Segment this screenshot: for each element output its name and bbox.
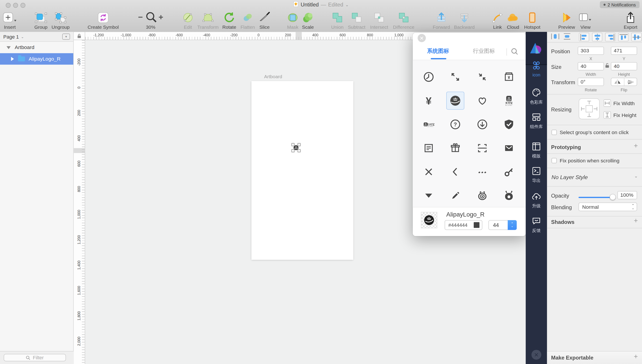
panel-close-button[interactable]: ✕ bbox=[417, 34, 426, 42]
mascot-icon[interactable] bbox=[500, 187, 518, 204]
add-shadow-button[interactable]: + bbox=[634, 217, 638, 225]
plugin-nav-palette[interactable]: 色彩库 bbox=[526, 88, 547, 105]
opacity-slider[interactable] bbox=[578, 197, 614, 198]
fix-position-checkbox[interactable] bbox=[551, 158, 557, 163]
width-input[interactable]: 40 bbox=[578, 62, 604, 70]
ellipsis-icon[interactable] bbox=[474, 163, 491, 180]
position-x-input[interactable]: 303 bbox=[578, 46, 604, 55]
gift-icon[interactable] bbox=[447, 140, 464, 156]
flip-vertical-button[interactable] bbox=[624, 78, 637, 86]
fix-height-checkbox[interactable] bbox=[603, 112, 611, 119]
layer-style-selector[interactable]: No Layer Style bbox=[551, 174, 588, 180]
tab-industry-icons[interactable]: 行业图标 bbox=[473, 48, 495, 55]
height-input[interactable]: 40 bbox=[611, 62, 637, 70]
ungroup-icon bbox=[36, 10, 85, 24]
color-value-input[interactable]: #444444 bbox=[445, 220, 482, 230]
alipay-logo-icon[interactable] bbox=[447, 92, 464, 109]
artboard-title[interactable]: Artboard bbox=[264, 74, 282, 79]
plugin-nav-feedback[interactable]: 反馈 bbox=[526, 216, 547, 234]
artboard[interactable] bbox=[251, 81, 353, 260]
plugin-logo[interactable] bbox=[526, 32, 547, 65]
flip-horizontal-button[interactable] bbox=[611, 78, 624, 86]
rotate-input[interactable]: 0° bbox=[578, 78, 604, 86]
fix-width-checkbox[interactable] bbox=[603, 99, 611, 107]
ruler-tick-label: 1,200 bbox=[77, 232, 81, 248]
page-list-button[interactable]: ▼ bbox=[62, 34, 70, 40]
add-prototyping-button[interactable]: + bbox=[634, 142, 638, 150]
panel-search-button[interactable] bbox=[511, 48, 518, 56]
opacity-slider-knob[interactable] bbox=[610, 194, 616, 200]
size-stepper[interactable]: ⌃⌄ bbox=[508, 220, 517, 230]
document-icon[interactable] bbox=[420, 140, 437, 156]
layer-row-artboard[interactable]: Artboard bbox=[0, 42, 73, 53]
alipay-app-icon[interactable]: 支付宝ALIPAY bbox=[500, 92, 518, 109]
selection-handle[interactable] bbox=[292, 143, 294, 146]
caret-down-icon[interactable] bbox=[420, 187, 437, 204]
key-icon[interactable] bbox=[500, 163, 518, 180]
page-header[interactable]: Page 1 ⌄ ▼ bbox=[0, 32, 73, 42]
make-exportable-add-button[interactable]: + bbox=[634, 353, 638, 361]
toolbar-view-button[interactable]: View bbox=[561, 10, 610, 30]
download-circle-icon[interactable] bbox=[474, 116, 491, 133]
scan-icon[interactable] bbox=[474, 140, 491, 156]
x-label: X bbox=[578, 56, 604, 61]
close-icon[interactable] bbox=[420, 163, 437, 180]
align-right-button[interactable] bbox=[605, 33, 615, 42]
collapse-icon[interactable] bbox=[474, 68, 491, 86]
close-window-button[interactable] bbox=[6, 3, 11, 8]
plugin-nav-components[interactable]: 组件库 bbox=[526, 112, 547, 130]
plugin-nav-cloud-upload[interactable]: 升级 bbox=[526, 192, 547, 209]
align-top-button[interactable] bbox=[618, 33, 628, 42]
question-circle-icon[interactable]: ? bbox=[447, 116, 464, 133]
blending-dropdown[interactable]: Normal ⌃⌄ bbox=[578, 202, 637, 211]
selected-layer-alipay-logo[interactable] bbox=[293, 145, 299, 150]
disclosure-triangle-icon[interactable] bbox=[7, 46, 11, 49]
layer-row-alipaylogo_r[interactable]: AlipayLogo_R bbox=[0, 53, 73, 64]
shield-check-icon[interactable] bbox=[500, 116, 518, 133]
size-value-input[interactable]: 44 ⌃⌄ bbox=[488, 220, 517, 230]
resizing-label: Resizing bbox=[551, 106, 571, 113]
clock-icon[interactable] bbox=[420, 68, 437, 86]
filter-input[interactable]: Filter bbox=[4, 354, 66, 361]
select-group-content-checkbox[interactable] bbox=[551, 130, 557, 135]
notifications-badge[interactable]: 2 Notifications bbox=[600, 1, 639, 8]
distribute-horizontally-button[interactable] bbox=[551, 33, 559, 42]
pinning-widget[interactable] bbox=[578, 98, 600, 121]
plugin-nav-grid[interactable]: icon bbox=[526, 60, 547, 77]
chevron-left-icon[interactable] bbox=[447, 163, 464, 180]
color-swatch[interactable] bbox=[474, 222, 479, 228]
pencil-icon[interactable] bbox=[447, 187, 464, 204]
yen-icon[interactable]: ¥ bbox=[420, 92, 437, 109]
toolbar-export-button[interactable]: Export bbox=[606, 10, 642, 30]
lock-ratio-button[interactable] bbox=[605, 63, 609, 69]
align-left-button[interactable] bbox=[579, 33, 589, 42]
heart-icon[interactable] bbox=[474, 92, 491, 109]
toolbar-create-symbol-button[interactable]: Create Symbol bbox=[79, 10, 128, 30]
plugin-nav-terminal[interactable]: 导出 bbox=[526, 166, 547, 184]
toolbar-ungroup-button[interactable]: Ungroup bbox=[36, 10, 85, 30]
expand-icon[interactable] bbox=[447, 68, 464, 86]
align-middle-button[interactable] bbox=[631, 33, 641, 42]
cash-machine-icon[interactable]: ¥ bbox=[500, 68, 518, 86]
plugin-close-button[interactable]: ✕ bbox=[531, 350, 541, 360]
alipay-wordmark-icon[interactable]: 支付宝ALIPAY bbox=[420, 116, 437, 133]
envelope-icon[interactable] bbox=[500, 140, 518, 156]
tab-system-icons[interactable]: 系统图标 bbox=[427, 48, 449, 55]
plugin-nav-template[interactable]: 模版 bbox=[526, 142, 547, 159]
zoom-window-button[interactable] bbox=[21, 3, 26, 8]
minimize-window-button[interactable] bbox=[13, 3, 18, 8]
opacity-value-input[interactable]: 100% bbox=[617, 191, 637, 200]
distribute-vertically-button[interactable] bbox=[563, 33, 571, 42]
selection-handle[interactable] bbox=[298, 143, 300, 146]
vertical-ruler[interactable]: -20002004006008001,0001,2001,4001,6001,8… bbox=[74, 40, 85, 364]
layer-list: ArtboardAlipayLogo_R bbox=[0, 42, 73, 64]
ant-mascot-icon[interactable] bbox=[474, 187, 491, 204]
ruler-tick-label: 1,000 bbox=[77, 206, 81, 222]
align-center-h-button[interactable] bbox=[592, 33, 602, 42]
disclosure-triangle-icon[interactable] bbox=[11, 57, 14, 61]
selection-handle[interactable] bbox=[298, 149, 300, 152]
selection-handle[interactable] bbox=[292, 149, 294, 152]
layer-style-chevron-icon[interactable]: ⌄ bbox=[634, 174, 638, 179]
position-y-input[interactable]: 471 bbox=[611, 46, 637, 55]
title-chevron-icon[interactable]: ⌄ bbox=[345, 2, 349, 7]
